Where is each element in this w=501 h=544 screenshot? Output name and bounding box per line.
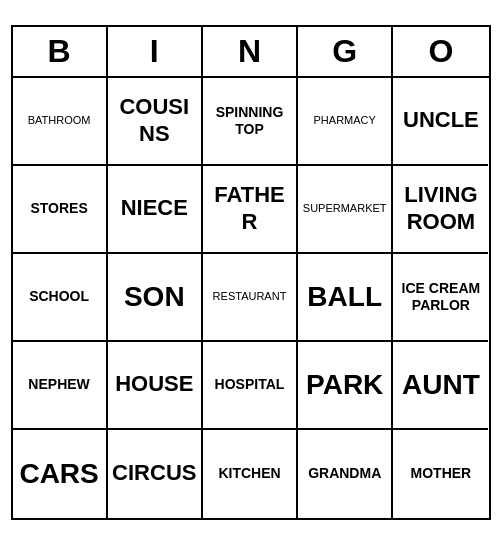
- bingo-cell-24: MOTHER: [393, 430, 488, 518]
- bingo-cell-11: SON: [108, 254, 203, 342]
- bingo-cell-17: HOSPITAL: [203, 342, 298, 430]
- cell-text-18: PARK: [306, 368, 383, 402]
- cell-text-20: CARS: [19, 457, 98, 491]
- header-letter-n: N: [203, 27, 298, 76]
- bingo-cell-15: NEPHEW: [13, 342, 108, 430]
- bingo-cell-2: SPINNING TOP: [203, 78, 298, 166]
- cell-text-10: SCHOOL: [29, 288, 89, 305]
- bingo-cell-1: COUSINS: [108, 78, 203, 166]
- bingo-cell-7: FATHER: [203, 166, 298, 254]
- cell-text-0: BATHROOM: [28, 114, 91, 127]
- cell-text-24: MOTHER: [411, 465, 472, 482]
- bingo-cell-4: UNCLE: [393, 78, 488, 166]
- bingo-cell-13: BALL: [298, 254, 393, 342]
- bingo-cell-3: PHARMACY: [298, 78, 393, 166]
- bingo-cell-22: KITCHEN: [203, 430, 298, 518]
- bingo-cell-23: GRANDMA: [298, 430, 393, 518]
- cell-text-8: SUPERMARKET: [303, 202, 387, 215]
- bingo-cell-6: NIECE: [108, 166, 203, 254]
- bingo-cell-9: LIVING ROOM: [393, 166, 488, 254]
- bingo-cell-16: HOUSE: [108, 342, 203, 430]
- cell-text-6: NIECE: [121, 195, 188, 221]
- header-letter-g: G: [298, 27, 393, 76]
- cell-text-19: AUNT: [402, 368, 480, 402]
- cell-text-22: KITCHEN: [218, 465, 280, 482]
- cell-text-15: NEPHEW: [28, 376, 89, 393]
- cell-text-11: SON: [124, 280, 185, 314]
- cell-text-17: HOSPITAL: [215, 376, 285, 393]
- bingo-cell-21: CIRCUS: [108, 430, 203, 518]
- cell-text-12: RESTAURANT: [213, 290, 287, 303]
- header-letter-o: O: [393, 27, 488, 76]
- bingo-grid: BATHROOMCOUSINSSPINNING TOPPHARMACYUNCLE…: [13, 78, 489, 518]
- cell-text-9: LIVING ROOM: [397, 182, 484, 235]
- bingo-cell-0: BATHROOM: [13, 78, 108, 166]
- cell-text-21: CIRCUS: [112, 460, 196, 486]
- header-letter-b: B: [13, 27, 108, 76]
- cell-text-2: SPINNING TOP: [207, 104, 292, 138]
- bingo-card: BINGO BATHROOMCOUSINSSPINNING TOPPHARMAC…: [11, 25, 491, 520]
- bingo-cell-5: STORES: [13, 166, 108, 254]
- bingo-cell-10: SCHOOL: [13, 254, 108, 342]
- bingo-cell-12: RESTAURANT: [203, 254, 298, 342]
- cell-text-7: FATHER: [207, 182, 292, 235]
- cell-text-4: UNCLE: [403, 107, 479, 133]
- cell-text-14: ICE CREAM PARLOR: [397, 280, 484, 314]
- cell-text-23: GRANDMA: [308, 465, 381, 482]
- cell-text-1: COUSINS: [112, 94, 197, 147]
- header-letter-i: I: [108, 27, 203, 76]
- cell-text-5: STORES: [30, 200, 87, 217]
- cell-text-16: HOUSE: [115, 371, 193, 397]
- cell-text-13: BALL: [307, 280, 382, 314]
- cell-text-3: PHARMACY: [314, 114, 376, 127]
- bingo-cell-18: PARK: [298, 342, 393, 430]
- bingo-cell-8: SUPERMARKET: [298, 166, 393, 254]
- bingo-cell-19: AUNT: [393, 342, 488, 430]
- bingo-cell-14: ICE CREAM PARLOR: [393, 254, 488, 342]
- bingo-header: BINGO: [13, 27, 489, 78]
- bingo-cell-20: CARS: [13, 430, 108, 518]
